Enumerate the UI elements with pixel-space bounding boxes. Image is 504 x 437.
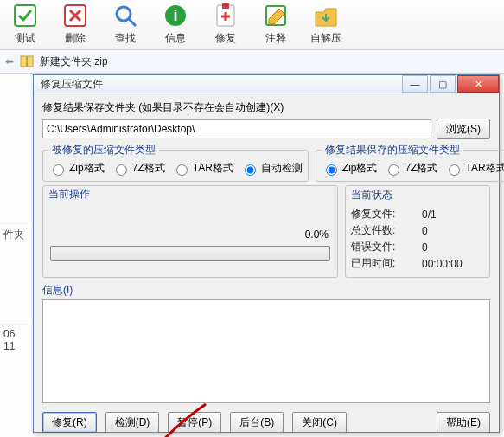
status-label: 当前状态 bbox=[351, 188, 484, 202]
save-path-input[interactable] bbox=[42, 119, 431, 138]
toolbar-test[interactable]: 测试 bbox=[5, 2, 45, 46]
background-list: 件夹 06 11 bbox=[0, 76, 29, 422]
search-icon bbox=[112, 2, 139, 29]
close-button[interactable]: 关闭(C) bbox=[292, 412, 347, 433]
toolbar-label: 注释 bbox=[265, 31, 286, 46]
toolbar-comment[interactable]: 注释 bbox=[256, 2, 296, 46]
status-value: 0/1 bbox=[417, 206, 484, 222]
source-type-group: 被修复的压缩文件类型 Zip格式7Z格式TAR格式自动检测 bbox=[42, 143, 309, 182]
source-type-legend: 被修复的压缩文件类型 bbox=[48, 143, 159, 157]
window-close-button[interactable]: ✕ bbox=[457, 75, 499, 93]
background-button[interactable]: 后台(B) bbox=[230, 412, 284, 433]
archive-icon bbox=[19, 54, 35, 69]
toolbar-label: 测试 bbox=[15, 31, 35, 46]
status-key: 总文件数: bbox=[351, 222, 417, 239]
progress-bar bbox=[50, 246, 330, 261]
toolbar-sfx[interactable]: 自解压 bbox=[306, 2, 346, 46]
status-box: 当前状态 修复文件:0/1总文件数:0错误文件:0已用时间:00:00:00 bbox=[345, 185, 490, 278]
radio-TAR格式[interactable]: TAR格式 bbox=[444, 161, 504, 176]
progress-percent: 0.0% bbox=[48, 227, 332, 242]
bg-fragment-2: 06 11 bbox=[0, 324, 29, 356]
toolbar-info[interactable]: i信息 bbox=[156, 2, 195, 46]
status-row: 总文件数:0 bbox=[351, 222, 484, 239]
status-value: 0 bbox=[417, 222, 484, 239]
radio-Zip格式[interactable]: Zip格式 bbox=[48, 161, 105, 176]
minimize-button[interactable]: — bbox=[402, 75, 428, 93]
info-label: 信息(I) bbox=[42, 281, 490, 299]
status-key: 错误文件: bbox=[351, 239, 417, 255]
toolbar-delete[interactable]: 删除 bbox=[55, 2, 95, 46]
dialog-titlebar: 修复压缩文件 — ▢ ✕ bbox=[34, 75, 499, 93]
toolbar-label: 修复 bbox=[215, 31, 236, 46]
current-operation-label: 当前操作 bbox=[48, 187, 332, 202]
result-type-legend: 修复结果保存的压缩文件类型 bbox=[322, 143, 463, 157]
repair-dialog: 修复压缩文件 — ▢ ✕ 修复结果保存文件夹 (如果目录不存在会自动创建)(X)… bbox=[33, 74, 500, 433]
toolbar-repair[interactable]: 修复 bbox=[206, 2, 246, 46]
radio-7Z格式[interactable]: 7Z格式 bbox=[384, 161, 437, 176]
toolbar-label: 查找 bbox=[115, 31, 136, 46]
delete-icon bbox=[61, 2, 89, 29]
sfx-icon bbox=[312, 2, 340, 29]
detect-button[interactable]: 检测(D) bbox=[105, 412, 160, 433]
dialog-button-row: 修复(R) 检测(D) 暂停(P) 后台(B) 关闭(C) 帮助(E) bbox=[42, 407, 490, 433]
svg-point-2 bbox=[117, 7, 131, 21]
toolbar-label: 删除 bbox=[65, 31, 86, 46]
dialog-title: 修复压缩文件 bbox=[41, 77, 400, 92]
status-row: 错误文件:0 bbox=[351, 239, 484, 255]
toolbar-label: 信息 bbox=[165, 31, 186, 46]
pause-button[interactable]: 暂停(P) bbox=[168, 412, 221, 433]
radio-TAR格式[interactable]: TAR格式 bbox=[172, 161, 233, 176]
result-type-group: 修复结果保存的压缩文件类型 Zip格式7Z格式TAR格式 bbox=[316, 143, 504, 182]
current-operation-box: 当前操作 0.0% bbox=[42, 185, 338, 278]
status-row: 修复文件:0/1 bbox=[351, 206, 484, 222]
toolbar-search[interactable]: 查找 bbox=[105, 2, 145, 46]
comment-icon bbox=[262, 2, 290, 29]
status-key: 修复文件: bbox=[351, 206, 417, 222]
address-bar: ⬅ 新建文件夹.zip bbox=[0, 50, 504, 74]
repair-button[interactable]: 修复(R) bbox=[42, 412, 97, 433]
toolbar-label: 自解压 bbox=[310, 31, 341, 46]
radio-7Z格式[interactable]: 7Z格式 bbox=[112, 161, 165, 176]
test-icon bbox=[11, 2, 39, 29]
back-arrow-icon[interactable]: ⬅ bbox=[5, 55, 14, 67]
info-textarea[interactable] bbox=[42, 299, 490, 403]
maximize-button[interactable]: ▢ bbox=[430, 75, 456, 93]
svg-line-3 bbox=[129, 19, 136, 26]
svg-rect-7 bbox=[222, 3, 229, 9]
radio-Zip格式[interactable]: Zip格式 bbox=[322, 161, 378, 176]
status-value: 0 bbox=[417, 239, 484, 255]
bg-fragment-1: 件夹 bbox=[0, 223, 29, 246]
repair-icon bbox=[212, 2, 239, 29]
archive-path: 新建文件夹.zip bbox=[40, 55, 108, 69]
svg-rect-10 bbox=[26, 56, 28, 67]
svg-rect-0 bbox=[15, 5, 35, 26]
radio-自动检测[interactable]: 自动检测 bbox=[240, 161, 303, 176]
status-value: 00:00:00 bbox=[417, 255, 484, 272]
info-icon: i bbox=[162, 2, 189, 29]
main-toolbar: 测试删除查找i信息修复注释自解压 bbox=[0, 0, 504, 50]
help-button[interactable]: 帮助(E) bbox=[437, 412, 490, 433]
svg-text:i: i bbox=[173, 7, 177, 24]
save-folder-label: 修复结果保存文件夹 (如果目录不存在会自动创建)(X) bbox=[42, 100, 490, 115]
status-row: 已用时间:00:00:00 bbox=[351, 255, 484, 272]
browse-button[interactable]: 浏览(S) bbox=[437, 119, 490, 139]
status-key: 已用时间: bbox=[351, 255, 417, 272]
